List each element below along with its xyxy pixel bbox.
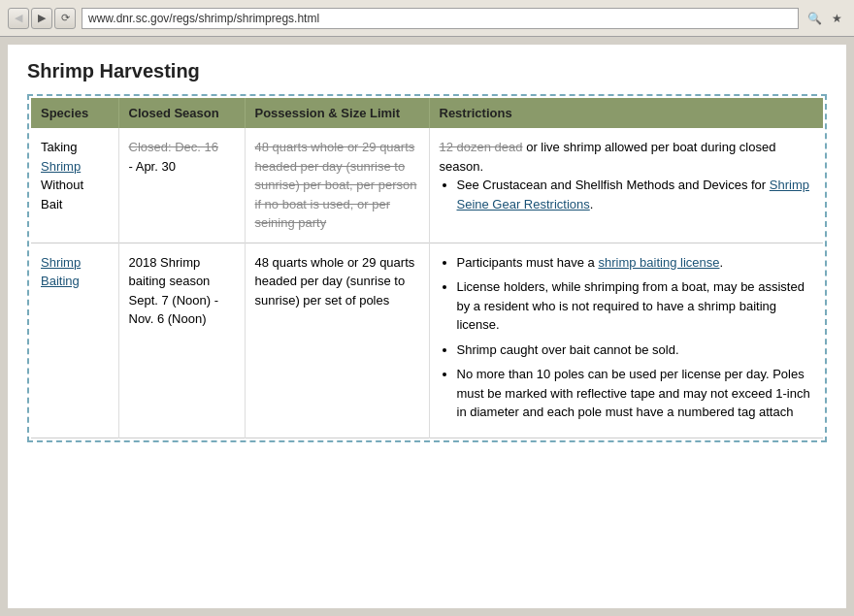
possession-cell-1: 48 quarts whole or 29 quarts headed per … [245, 128, 429, 243]
shrimp-baiting-license-link[interactable]: shrimp baiting license [598, 255, 719, 270]
possession-cell-2: 48 quarts whole or 29 quarts headed per … [245, 243, 429, 438]
possession-strikethrough: 48 quarts whole or 29 quarts headed per … [255, 140, 417, 230]
address-bar-container [82, 8, 799, 29]
refresh-button[interactable]: ⟳ [54, 8, 76, 29]
baiting-bullet1-text: Participants must have a [457, 255, 599, 270]
table-container: Species Closed Season Possession & Size … [27, 94, 827, 442]
species-text-without: WithoutBait [41, 178, 83, 211]
baiting-possession-text: 48 quarts whole or 29 quarts headed per … [255, 255, 415, 308]
baiting-season-text: 2018 Shrimp baiting season Sept. 7 (Noon… [129, 255, 219, 327]
restriction-item-2-2: License holders, while shrimping from a … [457, 277, 814, 335]
species-cell-2: ShrimpBaiting [31, 243, 118, 438]
browser-chrome: ◀ ▶ ⟳ 🔍 ★ [0, 0, 854, 37]
restriction-item-2-4: No more than 10 poles can be used per li… [457, 365, 814, 422]
closed-season-strikethrough: Closed: Dec. 16 [129, 140, 219, 154]
page-title: Shrimp Harvesting [27, 60, 827, 82]
table-row: Taking Shrimp WithoutBait Closed: Dec. 1… [31, 128, 823, 243]
address-bar[interactable] [82, 8, 799, 29]
closed-season-cell-1: Closed: Dec. 16 - Apr. 30 [118, 128, 245, 243]
header-species: Species [31, 98, 118, 128]
restriction-item-1: See Crustacean and Shellfish Methods and… [457, 176, 814, 213]
nav-buttons: ◀ ▶ ⟳ [8, 8, 76, 29]
address-icons: 🔍 ★ [805, 9, 846, 28]
closed-season-cell-2: 2018 Shrimp baiting season Sept. 7 (Noon… [118, 243, 245, 438]
bullet1-end: . [719, 255, 723, 270]
shrimp-link-1[interactable]: Shrimp [41, 159, 81, 174]
star-icon[interactable]: ★ [827, 9, 846, 28]
table-header-row: Species Closed Season Possession & Size … [31, 98, 823, 128]
period-1: . [590, 197, 594, 211]
header-possession: Possession & Size Limit [245, 98, 429, 128]
shrimp-baiting-link[interactable]: ShrimpBaiting [41, 253, 109, 291]
header-restrictions: Restrictions [429, 98, 823, 128]
restriction-text-1: See Crustacean and Shellfish Methods and… [457, 178, 770, 192]
closed-season-normal: - Apr. 30 [129, 159, 176, 174]
forward-button[interactable]: ▶ [31, 8, 52, 29]
restrictions-cell-1: 12 dozen dead or live shrimp allowed per… [429, 128, 823, 243]
restrictions-strikethrough: 12 dozen dead [440, 140, 523, 154]
table-row: ShrimpBaiting 2018 Shrimp baiting season… [31, 243, 823, 438]
header-closed-season: Closed Season [118, 98, 245, 128]
regulations-table: Species Closed Season Possession & Size … [31, 98, 823, 438]
restriction-item-2-1: Participants must have a shrimp baiting … [457, 253, 814, 273]
restrictions-cell-2: Participants must have a shrimp baiting … [429, 243, 823, 438]
page-content: Shrimp Harvesting Species Closed Season … [8, 45, 846, 608]
search-icon[interactable]: 🔍 [805, 9, 824, 28]
restriction-item-2-3: Shrimp caught over bait cannot be sold. [457, 340, 814, 360]
back-button[interactable]: ◀ [8, 8, 29, 29]
species-cell-1: Taking Shrimp WithoutBait [31, 128, 118, 243]
species-text-taking: Taking [41, 140, 78, 154]
